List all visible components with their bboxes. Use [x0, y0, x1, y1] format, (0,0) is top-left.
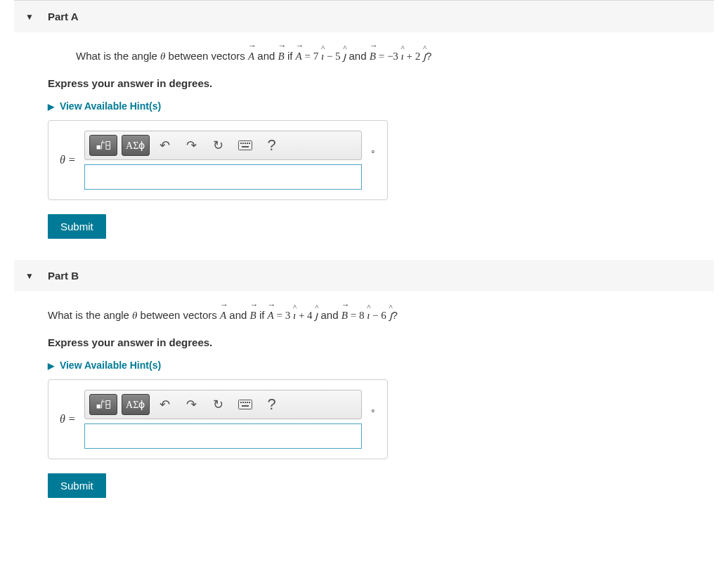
svg-rect-17 [242, 402, 244, 403]
reset-button[interactable]: ↻ [207, 136, 230, 155]
part-a-submit-button[interactable]: Submit [48, 214, 106, 239]
theta-equals-label: θ = [60, 154, 76, 166]
part-a-instruction: Express your answer in degrees. [48, 77, 700, 89]
part-b-hints-toggle[interactable]: ▶ View Available Hint(s) [48, 360, 700, 371]
svg-rect-15 [238, 400, 252, 409]
svg-rect-4 [238, 141, 252, 150]
part-b-body: What is the angle θ between vectors A an… [14, 305, 714, 498]
undo-button[interactable]: ↶ [154, 136, 176, 155]
keyboard-button[interactable] [234, 136, 256, 155]
part-b-title: Part B [48, 270, 79, 282]
greek-button[interactable]: ΑΣϕ [122, 135, 150, 156]
degrees-unit: ∘ [370, 406, 376, 416]
part-a-question: What is the angle θ between vectors A an… [76, 46, 700, 65]
hints-label: View Available Hint(s) [60, 100, 161, 112]
caret-down-icon: ▼ [25, 271, 34, 281]
svg-rect-19 [247, 402, 248, 403]
part-a-answer-box: θ = x ΑΣϕ ↶ ↷ ↻ [48, 120, 388, 200]
part-a-hints-toggle[interactable]: ▶ View Available Hint(s) [48, 100, 700, 112]
theta-equals-label: θ = [60, 413, 76, 426]
part-b-answer-input[interactable] [84, 423, 362, 449]
templates-button[interactable]: x [89, 135, 117, 156]
degrees-unit: ∘ [370, 147, 376, 157]
part-a-header[interactable]: ▼ Part A [14, 1, 714, 32]
svg-rect-18 [245, 402, 246, 403]
svg-rect-11 [96, 405, 100, 409]
part-b-question: What is the angle θ between vectors A an… [48, 305, 700, 324]
answer-toolbar: x ΑΣϕ ↶ ↷ ↻ ? [84, 390, 362, 419]
part-a-answer-input[interactable] [84, 164, 362, 190]
svg-rect-21 [242, 405, 249, 407]
part-b-header[interactable]: ▼ Part B [14, 260, 714, 291]
svg-rect-9 [249, 143, 250, 144]
part-a-body: What is the angle θ between vectors A an… [14, 46, 714, 239]
caret-right-icon: ▶ [48, 102, 54, 112]
svg-rect-8 [247, 143, 248, 144]
part-b-instruction: Express your answer in degrees. [48, 336, 700, 348]
redo-button[interactable]: ↷ [181, 136, 203, 155]
hints-label: View Available Hint(s) [60, 360, 161, 371]
greek-button[interactable]: ΑΣϕ [122, 394, 150, 415]
svg-rect-20 [249, 402, 250, 403]
help-button[interactable]: ? [261, 136, 283, 155]
part-a-section: ▼ Part A What is the angle θ between vec… [14, 1, 714, 239]
redo-button[interactable]: ↷ [181, 395, 203, 414]
undo-button[interactable]: ↶ [154, 395, 176, 414]
answer-toolbar: x ΑΣϕ ↶ ↷ ↻ ? [84, 131, 362, 160]
reset-button[interactable]: ↻ [207, 395, 230, 414]
svg-rect-7 [245, 143, 246, 144]
caret-down-icon: ▼ [25, 12, 34, 22]
svg-rect-10 [242, 146, 249, 147]
keyboard-button[interactable] [234, 395, 256, 414]
svg-rect-5 [240, 143, 242, 144]
templates-button[interactable]: x [89, 394, 117, 415]
part-b-section: ▼ Part B What is the angle θ between vec… [14, 260, 714, 498]
svg-rect-0 [96, 145, 100, 150]
part-b-submit-button[interactable]: Submit [48, 473, 106, 498]
help-button[interactable]: ? [261, 395, 283, 414]
part-a-title: Part A [48, 11, 79, 22]
svg-rect-16 [240, 402, 242, 403]
part-b-answer-box: θ = x ΑΣϕ ↶ ↷ ↻ [48, 379, 388, 459]
svg-rect-6 [242, 143, 244, 144]
caret-right-icon: ▶ [48, 361, 54, 371]
